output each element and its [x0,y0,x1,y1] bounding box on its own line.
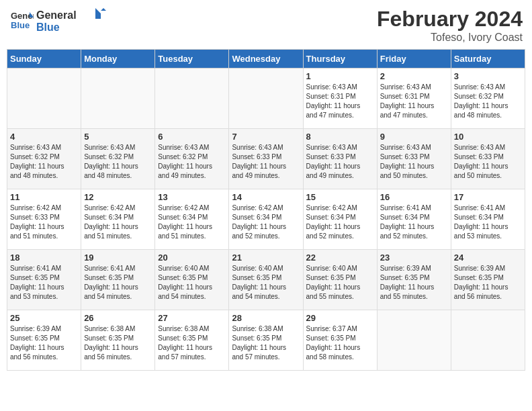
day-number: 16 [380,192,448,202]
col-header-sunday: Sunday [7,50,81,68]
day-number: 19 [84,253,152,263]
col-header-thursday: Thursday [303,50,377,68]
day-cell: 17Sunrise: 6:41 AM Sunset: 6:34 PM Dayli… [451,189,525,250]
day-info: Sunrise: 6:42 AM Sunset: 6:34 PM Dayligh… [232,203,300,241]
day-info: Sunrise: 6:41 AM Sunset: 6:35 PM Dayligh… [10,264,78,302]
day-number: 11 [10,192,78,202]
day-cell: 16Sunrise: 6:41 AM Sunset: 6:34 PM Dayli… [377,189,451,250]
day-info: Sunrise: 6:42 AM Sunset: 6:34 PM Dayligh… [158,203,226,241]
day-number: 7 [232,132,300,142]
day-number: 25 [10,313,78,323]
day-cell: 12Sunrise: 6:42 AM Sunset: 6:34 PM Dayli… [81,189,155,250]
week-row-3: 11Sunrise: 6:42 AM Sunset: 6:33 PM Dayli… [7,189,525,250]
day-cell: 8Sunrise: 6:43 AM Sunset: 6:33 PM Daylig… [303,129,377,189]
col-header-tuesday: Tuesday [155,50,229,68]
day-number: 13 [158,192,226,202]
day-info: Sunrise: 6:37 AM Sunset: 6:35 PM Dayligh… [306,324,374,362]
day-number: 28 [232,313,300,323]
day-cell: 21Sunrise: 6:40 AM Sunset: 6:35 PM Dayli… [229,250,303,310]
day-cell: 29Sunrise: 6:37 AM Sunset: 6:35 PM Dayli… [303,310,377,371]
day-cell: 19Sunrise: 6:41 AM Sunset: 6:35 PM Dayli… [81,250,155,310]
day-info: Sunrise: 6:40 AM Sunset: 6:35 PM Dayligh… [232,264,300,302]
svg-text:Blue: Blue [11,20,30,30]
day-cell: 6Sunrise: 6:43 AM Sunset: 6:32 PM Daylig… [155,129,229,189]
day-info: Sunrise: 6:41 AM Sunset: 6:35 PM Dayligh… [84,264,152,302]
day-cell [81,68,155,129]
col-header-wednesday: Wednesday [229,50,303,68]
day-info: Sunrise: 6:40 AM Sunset: 6:35 PM Dayligh… [158,264,226,302]
day-cell: 18Sunrise: 6:41 AM Sunset: 6:35 PM Dayli… [7,250,81,310]
logo: General Blue General Blue [9,7,110,34]
main-title: February 2024 [377,7,523,32]
day-cell: 24Sunrise: 6:39 AM Sunset: 6:35 PM Dayli… [451,250,525,310]
day-info: Sunrise: 6:43 AM Sunset: 6:32 PM Dayligh… [10,143,78,181]
day-cell [229,68,303,129]
day-info: Sunrise: 6:43 AM Sunset: 6:32 PM Dayligh… [454,83,522,120]
day-info: Sunrise: 6:41 AM Sunset: 6:34 PM Dayligh… [454,203,522,241]
day-number: 14 [232,192,300,202]
day-number: 23 [380,253,448,263]
day-info: Sunrise: 6:43 AM Sunset: 6:31 PM Dayligh… [306,83,374,120]
day-number: 2 [380,71,448,81]
day-cell: 5Sunrise: 6:43 AM Sunset: 6:32 PM Daylig… [81,129,155,189]
calendar-header-row: SundayMondayTuesdayWednesdayThursdayFrid… [7,50,525,68]
day-cell [377,310,451,371]
day-info: Sunrise: 6:43 AM Sunset: 6:32 PM Dayligh… [158,143,226,181]
col-header-saturday: Saturday [451,50,525,68]
day-cell [451,310,525,371]
day-info: Sunrise: 6:38 AM Sunset: 6:35 PM Dayligh… [158,324,226,362]
day-number: 17 [454,192,522,202]
day-number: 15 [306,192,374,202]
day-number: 22 [306,253,374,263]
svg-text:Blue: Blue [36,21,60,33]
day-info: Sunrise: 6:42 AM Sunset: 6:34 PM Dayligh… [84,203,152,241]
day-info: Sunrise: 6:40 AM Sunset: 6:35 PM Dayligh… [306,264,374,302]
col-header-friday: Friday [377,50,451,68]
day-number: 27 [158,313,226,323]
day-number: 26 [84,313,152,323]
day-cell: 20Sunrise: 6:40 AM Sunset: 6:35 PM Dayli… [155,250,229,310]
logo-text: General Blue [36,7,110,34]
day-number: 24 [454,253,522,263]
day-cell: 13Sunrise: 6:42 AM Sunset: 6:34 PM Dayli… [155,189,229,250]
day-cell [155,68,229,129]
day-number: 20 [158,253,226,263]
day-number: 9 [380,132,448,142]
day-number: 10 [454,132,522,142]
day-number: 8 [306,132,374,142]
day-cell: 10Sunrise: 6:43 AM Sunset: 6:33 PM Dayli… [451,129,525,189]
day-info: Sunrise: 6:43 AM Sunset: 6:33 PM Dayligh… [380,143,448,181]
day-cell: 9Sunrise: 6:43 AM Sunset: 6:33 PM Daylig… [377,129,451,189]
day-number: 5 [84,132,152,142]
day-cell [7,68,81,129]
day-info: Sunrise: 6:39 AM Sunset: 6:35 PM Dayligh… [10,324,78,362]
page-header: General Blue General Blue February 2024 … [7,7,525,44]
day-info: Sunrise: 6:38 AM Sunset: 6:35 PM Dayligh… [84,324,152,362]
calendar-table: SundayMondayTuesdayWednesdayThursdayFrid… [7,49,525,371]
svg-marker-7 [101,8,106,11]
day-info: Sunrise: 6:43 AM Sunset: 6:33 PM Dayligh… [454,143,522,181]
day-number: 1 [306,71,374,81]
day-number: 29 [306,313,374,323]
col-header-monday: Monday [81,50,155,68]
day-number: 3 [454,71,522,81]
day-number: 18 [10,253,78,263]
day-cell: 15Sunrise: 6:42 AM Sunset: 6:34 PM Dayli… [303,189,377,250]
week-row-5: 25Sunrise: 6:39 AM Sunset: 6:35 PM Dayli… [7,310,525,371]
svg-marker-6 [95,8,101,19]
day-info: Sunrise: 6:39 AM Sunset: 6:35 PM Dayligh… [380,264,448,302]
day-cell: 2Sunrise: 6:43 AM Sunset: 6:31 PM Daylig… [377,68,451,129]
subtitle: Tofeso, Ivory Coast [377,32,523,44]
day-info: Sunrise: 6:42 AM Sunset: 6:33 PM Dayligh… [10,203,78,241]
day-info: Sunrise: 6:42 AM Sunset: 6:34 PM Dayligh… [306,203,374,241]
day-number: 6 [158,132,226,142]
day-cell: 4Sunrise: 6:43 AM Sunset: 6:32 PM Daylig… [7,129,81,189]
day-info: Sunrise: 6:41 AM Sunset: 6:34 PM Dayligh… [380,203,448,241]
day-cell: 7Sunrise: 6:43 AM Sunset: 6:33 PM Daylig… [229,129,303,189]
day-cell: 25Sunrise: 6:39 AM Sunset: 6:35 PM Dayli… [7,310,81,371]
day-number: 4 [10,132,78,142]
week-row-1: 1Sunrise: 6:43 AM Sunset: 6:31 PM Daylig… [7,68,525,129]
svg-text:General: General [36,9,77,21]
day-cell: 11Sunrise: 6:42 AM Sunset: 6:33 PM Dayli… [7,189,81,250]
day-cell: 22Sunrise: 6:40 AM Sunset: 6:35 PM Dayli… [303,250,377,310]
